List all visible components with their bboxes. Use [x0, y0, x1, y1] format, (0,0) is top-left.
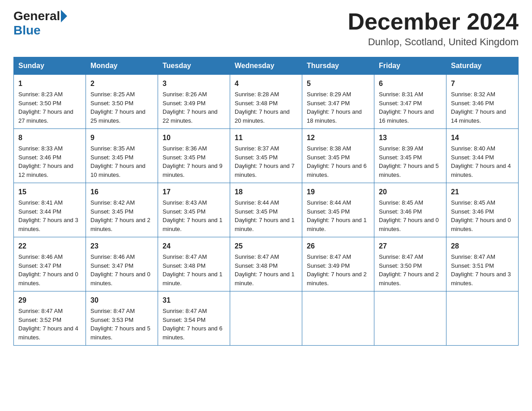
day-info: Sunrise: 8:40 AMSunset: 3:44 PMDaylight:… — [451, 144, 514, 179]
logo: General — [13, 9, 68, 23]
day-number: 28 — [451, 241, 514, 252]
calendar-cell: 31Sunrise: 8:47 AMSunset: 3:54 PMDayligh… — [158, 291, 230, 346]
calendar-cell: 10Sunrise: 8:36 AMSunset: 3:45 PMDayligh… — [158, 129, 230, 183]
day-info: Sunrise: 8:46 AMSunset: 3:47 PMDaylight:… — [18, 253, 81, 287]
logo-blue-text: Blue — [13, 23, 41, 38]
day-info: Sunrise: 8:47 AMSunset: 3:53 PMDaylight:… — [90, 307, 153, 342]
calendar-cell: 25Sunrise: 8:47 AMSunset: 3:48 PMDayligh… — [230, 237, 302, 291]
calendar-cell: 19Sunrise: 8:44 AMSunset: 3:45 PMDayligh… — [302, 183, 374, 237]
day-info: Sunrise: 8:47 AMSunset: 3:49 PMDaylight:… — [307, 253, 369, 287]
calendar-cell: 28Sunrise: 8:47 AMSunset: 3:51 PMDayligh… — [446, 237, 519, 291]
day-number: 16 — [90, 187, 153, 197]
day-number: 1 — [18, 78, 81, 89]
day-number: 12 — [307, 133, 369, 143]
day-number: 17 — [163, 187, 225, 197]
day-info: Sunrise: 8:43 AMSunset: 3:45 PMDaylight:… — [163, 198, 225, 233]
day-number: 30 — [90, 295, 153, 306]
calendar-cell: 5Sunrise: 8:29 AMSunset: 3:47 PMDaylight… — [302, 75, 374, 129]
calendar-cell: 6Sunrise: 8:31 AMSunset: 3:47 PMDaylight… — [374, 75, 446, 129]
calendar-cell: 26Sunrise: 8:47 AMSunset: 3:49 PMDayligh… — [302, 237, 374, 291]
col-header-friday: Friday — [374, 57, 446, 75]
week-row-3: 15Sunrise: 8:41 AMSunset: 3:44 PMDayligh… — [14, 183, 519, 237]
day-number: 4 — [235, 78, 297, 89]
day-info: Sunrise: 8:41 AMSunset: 3:44 PMDaylight:… — [18, 198, 81, 233]
calendar-cell: 29Sunrise: 8:47 AMSunset: 3:52 PMDayligh… — [14, 291, 86, 346]
day-info: Sunrise: 8:47 AMSunset: 3:48 PMDaylight:… — [163, 253, 225, 287]
day-info: Sunrise: 8:29 AMSunset: 3:47 PMDaylight:… — [307, 90, 369, 125]
day-number: 24 — [163, 241, 225, 252]
logo-arrow-icon — [61, 10, 67, 22]
day-info: Sunrise: 8:31 AMSunset: 3:47 PMDaylight:… — [379, 90, 442, 125]
calendar-cell — [374, 291, 446, 346]
col-header-wednesday: Wednesday — [230, 57, 302, 75]
calendar-cell — [446, 291, 519, 346]
day-number: 8 — [18, 133, 81, 143]
day-number: 23 — [90, 241, 153, 252]
day-number: 10 — [163, 133, 225, 143]
week-row-5: 29Sunrise: 8:47 AMSunset: 3:52 PMDayligh… — [14, 291, 519, 346]
calendar-cell: 4Sunrise: 8:28 AMSunset: 3:48 PMDaylight… — [230, 75, 302, 129]
month-title: December 2024 — [348, 9, 519, 34]
day-info: Sunrise: 8:32 AMSunset: 3:46 PMDaylight:… — [451, 90, 514, 125]
day-number: 2 — [90, 78, 153, 89]
calendar-table: SundayMondayTuesdayWednesdayThursdayFrid… — [13, 57, 519, 346]
day-number: 19 — [307, 187, 369, 197]
day-number: 15 — [18, 187, 81, 197]
day-info: Sunrise: 8:47 AMSunset: 3:54 PMDaylight:… — [163, 307, 225, 342]
day-number: 25 — [235, 241, 297, 252]
day-info: Sunrise: 8:39 AMSunset: 3:45 PMDaylight:… — [379, 144, 442, 179]
calendar-cell: 16Sunrise: 8:42 AMSunset: 3:45 PMDayligh… — [86, 183, 158, 237]
week-row-4: 22Sunrise: 8:46 AMSunset: 3:47 PMDayligh… — [14, 237, 519, 291]
day-info: Sunrise: 8:47 AMSunset: 3:51 PMDaylight:… — [451, 253, 514, 287]
day-info: Sunrise: 8:36 AMSunset: 3:45 PMDaylight:… — [163, 144, 225, 179]
day-number: 14 — [451, 133, 514, 143]
day-number: 5 — [307, 78, 369, 89]
calendar-cell: 13Sunrise: 8:39 AMSunset: 3:45 PMDayligh… — [374, 129, 446, 183]
calendar-cell: 9Sunrise: 8:35 AMSunset: 3:45 PMDaylight… — [86, 129, 158, 183]
day-number: 6 — [379, 78, 442, 89]
calendar-cell: 27Sunrise: 8:47 AMSunset: 3:50 PMDayligh… — [374, 237, 446, 291]
calendar-cell: 11Sunrise: 8:37 AMSunset: 3:45 PMDayligh… — [230, 129, 302, 183]
logo-general-text: General — [13, 9, 60, 23]
day-number: 26 — [307, 241, 369, 252]
calendar-cell: 15Sunrise: 8:41 AMSunset: 3:44 PMDayligh… — [14, 183, 86, 237]
calendar-cell — [230, 291, 302, 346]
day-info: Sunrise: 8:45 AMSunset: 3:46 PMDaylight:… — [379, 198, 442, 233]
col-header-tuesday: Tuesday — [158, 57, 230, 75]
location-label: Dunlop, Scotland, United Kingdom — [348, 36, 519, 48]
day-info: Sunrise: 8:23 AMSunset: 3:50 PMDaylight:… — [18, 90, 81, 125]
calendar-cell: 22Sunrise: 8:46 AMSunset: 3:47 PMDayligh… — [14, 237, 86, 291]
week-row-2: 8Sunrise: 8:33 AMSunset: 3:46 PMDaylight… — [14, 129, 519, 183]
calendar-cell: 8Sunrise: 8:33 AMSunset: 3:46 PMDaylight… — [14, 129, 86, 183]
day-number: 13 — [379, 133, 442, 143]
day-number: 7 — [451, 78, 514, 89]
day-info: Sunrise: 8:46 AMSunset: 3:47 PMDaylight:… — [90, 253, 153, 287]
day-info: Sunrise: 8:35 AMSunset: 3:45 PMDaylight:… — [90, 144, 153, 179]
col-header-thursday: Thursday — [302, 57, 374, 75]
calendar-cell: 20Sunrise: 8:45 AMSunset: 3:46 PMDayligh… — [374, 183, 446, 237]
day-info: Sunrise: 8:44 AMSunset: 3:45 PMDaylight:… — [235, 198, 297, 233]
day-info: Sunrise: 8:42 AMSunset: 3:45 PMDaylight:… — [90, 198, 153, 233]
calendar-cell — [302, 291, 374, 346]
day-number: 31 — [163, 295, 225, 306]
calendar-cell: 3Sunrise: 8:26 AMSunset: 3:49 PMDaylight… — [158, 75, 230, 129]
calendar-cell: 30Sunrise: 8:47 AMSunset: 3:53 PMDayligh… — [86, 291, 158, 346]
day-info: Sunrise: 8:37 AMSunset: 3:45 PMDaylight:… — [235, 144, 297, 179]
day-info: Sunrise: 8:25 AMSunset: 3:50 PMDaylight:… — [90, 90, 153, 125]
day-info: Sunrise: 8:38 AMSunset: 3:45 PMDaylight:… — [307, 144, 369, 179]
day-info: Sunrise: 8:47 AMSunset: 3:50 PMDaylight:… — [379, 253, 442, 287]
calendar-cell: 12Sunrise: 8:38 AMSunset: 3:45 PMDayligh… — [302, 129, 374, 183]
day-number: 18 — [235, 187, 297, 197]
day-number: 21 — [451, 187, 514, 197]
calendar-cell: 1Sunrise: 8:23 AMSunset: 3:50 PMDaylight… — [14, 75, 86, 129]
day-number: 9 — [90, 133, 153, 143]
calendar-cell: 24Sunrise: 8:47 AMSunset: 3:48 PMDayligh… — [158, 237, 230, 291]
calendar-cell: 23Sunrise: 8:46 AMSunset: 3:47 PMDayligh… — [86, 237, 158, 291]
day-number: 20 — [379, 187, 442, 197]
day-info: Sunrise: 8:26 AMSunset: 3:49 PMDaylight:… — [163, 90, 225, 125]
calendar-header-row: SundayMondayTuesdayWednesdayThursdayFrid… — [14, 57, 519, 75]
day-number: 3 — [163, 78, 225, 89]
day-info: Sunrise: 8:47 AMSunset: 3:52 PMDaylight:… — [18, 307, 81, 342]
day-info: Sunrise: 8:45 AMSunset: 3:46 PMDaylight:… — [451, 198, 514, 233]
day-number: 22 — [18, 241, 81, 252]
